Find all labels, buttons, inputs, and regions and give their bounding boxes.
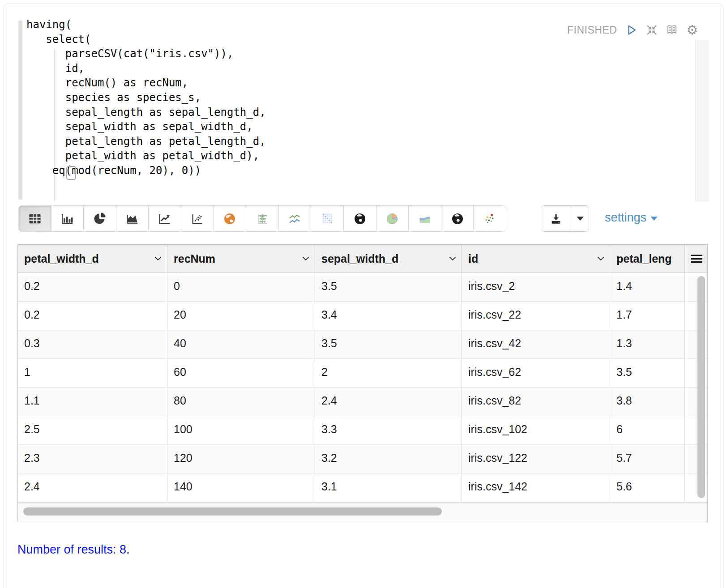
table-row: 0.203.5iris.csv_21.4 (18, 273, 707, 302)
table-cell: iris.csv_82 (462, 388, 610, 416)
download-icon (549, 212, 563, 226)
table-row: 1.1802.4iris.csv_823.8 (18, 388, 707, 416)
table-cell: 140 (167, 473, 315, 502)
column-label: recNum (174, 252, 215, 265)
table-cell: 3.5 (315, 330, 462, 358)
chart-type-table-button[interactable] (18, 205, 51, 232)
table-cell: 1.7 (610, 302, 685, 330)
table-cell: 2 (315, 359, 462, 387)
table-cell: iris.csv_102 (462, 416, 610, 444)
column-header-petal-width[interactable]: petal_width_d (18, 245, 167, 273)
chart-type-map-button[interactable] (214, 205, 247, 232)
globe-icon (353, 212, 367, 226)
code-editor: having( select( parseCSV(cat("iris.csv")… (4, 4, 723, 203)
download-options-button[interactable] (571, 206, 589, 231)
table-cell: 3.5 (610, 359, 685, 387)
table-cell: 40 (167, 330, 315, 358)
table-row: 0.2203.4iris.csv_221.7 (18, 302, 707, 330)
bubble-chart-icon (255, 212, 269, 226)
matrix-heatmap-icon (320, 212, 334, 226)
chart-type-matrix-button[interactable] (311, 205, 344, 232)
table-cell: 20 (167, 302, 315, 330)
table-cell: 3.4 (315, 302, 462, 330)
table-cell: iris.csv_2 (462, 273, 610, 301)
chart-type-globe2-button[interactable] (441, 205, 474, 232)
globe-icon-2 (450, 212, 465, 226)
table-horizontal-scrollbar-track (18, 502, 707, 521)
paragraph-card: having( select( parseCSV(cat("iris.csv")… (4, 4, 723, 588)
collapse-button[interactable] (645, 23, 659, 37)
show-editor-button[interactable] (665, 23, 679, 37)
download-split-button (541, 205, 589, 232)
table-cell: 60 (167, 359, 315, 387)
table-cell: 80 (167, 388, 315, 416)
table-cell: 2.4 (315, 388, 462, 416)
chevron-down-icon (154, 256, 162, 261)
table-cell: iris.csv_142 (462, 473, 610, 502)
book-icon (665, 23, 679, 37)
chart-type-bar-button[interactable] (51, 205, 84, 232)
column-label: sepal_width_d (321, 252, 398, 265)
table-cell: 0.3 (18, 330, 167, 358)
table-cell: 100 (167, 416, 315, 444)
pie-chart-icon (93, 212, 107, 226)
table-cell: iris.csv_42 (462, 330, 610, 358)
chart-type-area-button[interactable] (116, 205, 149, 232)
table-menu-button[interactable] (685, 245, 707, 273)
table-cell: 2.3 (18, 445, 167, 473)
settings-label: settings (605, 211, 646, 225)
chart-type-stream-button[interactable] (408, 205, 441, 232)
chart-type-globe-button[interactable] (343, 205, 376, 232)
column-header-petal-length[interactable]: petal_leng (610, 245, 685, 273)
chevron-down-icon (597, 256, 604, 261)
chart-type-line-button[interactable] (148, 205, 181, 232)
scatter-plot-icon (190, 212, 205, 226)
table-vertical-scrollbar[interactable] (697, 276, 705, 498)
chevron-down-icon (577, 217, 584, 221)
results-count: Number of results: 8. (17, 543, 130, 557)
editor-scrollbar[interactable] (695, 40, 709, 202)
chart-type-multiline-button[interactable] (278, 205, 312, 232)
compress-icon (645, 23, 659, 37)
table-cell: iris.csv_22 (462, 302, 610, 330)
table-row: 2.31203.2iris.csv_1225.7 (18, 445, 707, 473)
settings-link[interactable]: settings (605, 211, 658, 225)
orange-globe-icon (222, 212, 237, 226)
table-cell: 0.2 (18, 302, 167, 330)
chart-type-bubble-button[interactable] (246, 205, 279, 232)
area-chart-icon (125, 212, 140, 226)
chart-type-pie-button[interactable] (83, 205, 116, 232)
column-header-recnum[interactable]: recNum (167, 245, 315, 273)
chevron-down-icon (650, 217, 658, 221)
column-header-sepal-width[interactable]: sepal_width_d (315, 245, 462, 273)
table-horizontal-scrollbar[interactable] (23, 507, 442, 516)
chart-type-pie2-button[interactable] (376, 205, 409, 232)
paragraph-settings-button[interactable]: ⚙ (685, 23, 699, 37)
hamburger-icon (691, 255, 702, 263)
table-cell: 5.7 (610, 445, 685, 473)
table-cell: 1 (18, 359, 167, 387)
gear-icon: ⚙ (686, 24, 698, 37)
colored-scatter-icon (483, 212, 497, 226)
stream-area-icon (418, 212, 432, 226)
chart-type-scatter-button[interactable] (181, 205, 214, 232)
table-cell: 1.3 (610, 330, 685, 358)
chart-type-cluster-button[interactable] (473, 205, 506, 232)
bar-chart-icon (60, 212, 74, 226)
play-icon (625, 23, 638, 37)
table-row: 0.3403.5iris.csv_421.3 (18, 330, 707, 359)
visualization-toolbar: settings (4, 205, 723, 233)
code-text[interactable]: having( select( parseCSV(cat("iris.csv")… (26, 17, 266, 178)
table-cell: 6 (610, 416, 685, 444)
pastel-pie-icon (385, 212, 399, 226)
table-row: 1602iris.csv_623.5 (18, 359, 707, 388)
column-header-id[interactable]: id (462, 245, 610, 273)
result-table: petal_width_d recNum sepal_width_d id pe… (17, 244, 708, 521)
table-cell: 3.1 (315, 473, 462, 502)
line-chart-icon (158, 212, 172, 226)
run-button[interactable] (624, 23, 639, 37)
column-label: petal_width_d (24, 252, 99, 265)
table-row: 2.41403.1iris.csv_1425.6 (18, 473, 707, 502)
table-cell: 1.4 (610, 273, 685, 301)
download-button[interactable] (541, 206, 571, 231)
